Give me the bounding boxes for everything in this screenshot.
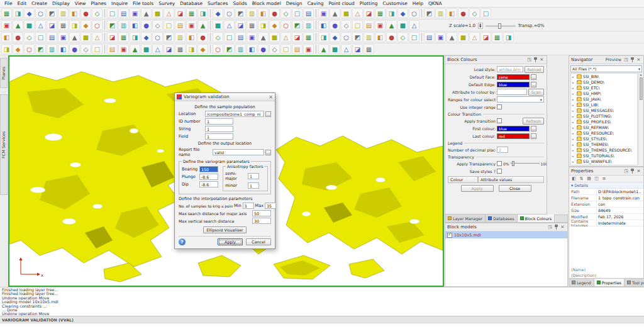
toolbar-icon[interactable]: ▦: [364, 44, 374, 54]
spinner-down-icon[interactable]: ▼: [479, 26, 481, 28]
toolbar-icon[interactable]: ◨: [386, 8, 397, 18]
menu-item-design[interactable]: Design: [284, 1, 305, 6]
toolbar-icon[interactable]: ◨: [258, 20, 269, 30]
menu-item-survey[interactable]: Survey: [156, 1, 177, 6]
toolbar-icon[interactable]: ◨: [13, 8, 23, 18]
toolbar-icon[interactable]: ▲: [447, 32, 457, 42]
toolbar-icon[interactable]: ▦: [58, 20, 69, 30]
services-vertical-tab[interactable]: FCM Services: [0, 94, 8, 195]
id-number-input[interactable]: 1: [205, 118, 233, 125]
toolbar-icon[interactable]: ▲: [141, 8, 152, 18]
apply-transition-checkbox[interactable]: [497, 118, 502, 123]
toolbar-icon[interactable]: ▲: [13, 20, 23, 30]
toolbar-icon[interactable]: □: [280, 44, 291, 54]
load-style-field[interactable]: whites.blm_colours.sel: [497, 66, 523, 72]
toolbar-icon[interactable]: □: [107, 8, 118, 18]
colour-column-header[interactable]: Colour: [448, 176, 478, 183]
toolbar-icon[interactable]: ◇: [280, 8, 291, 18]
toolbar-icon[interactable]: ▦: [186, 8, 197, 18]
toolbar-icon[interactable]: ◨: [1, 44, 12, 54]
toolbar-icon[interactable]: ◪: [107, 32, 118, 42]
toolbar-icon[interactable]: ▦: [118, 32, 129, 42]
file-tree-item[interactable]: ▸SSI_THEMES\: [571, 142, 637, 147]
toolbar-icon[interactable]: ◇: [341, 20, 352, 30]
toolbar-icon[interactable]: ▣: [247, 32, 257, 42]
toolbar-icon[interactable]: ◩: [352, 32, 363, 42]
ellipsoid-visualiser-button[interactable]: Ellipsoid Visualiser: [203, 226, 246, 233]
file-tree-item[interactable]: ▸SSI_PLOTTING\: [571, 113, 637, 119]
toolbar-icon[interactable]: ▤: [364, 20, 374, 30]
apply-transparency-checkbox[interactable]: [497, 161, 502, 166]
menu-item-block-model[interactable]: Block model: [250, 1, 284, 6]
toolbar-icon[interactable]: ▤: [107, 44, 118, 54]
toolbar-icon[interactable]: △: [469, 32, 480, 42]
toolbar-icon[interactable]: ▣: [118, 44, 129, 54]
toolbar-icon[interactable]: ▥: [247, 8, 257, 18]
pin-icon[interactable]: [533, 57, 538, 63]
toolbar-icon[interactable]: ◨: [318, 32, 329, 42]
toolbar-icon[interactable]: ◆: [269, 20, 280, 30]
toolbar-icon[interactable]: ●: [258, 44, 269, 54]
file-tree-item[interactable]: ▸SSI_MESSAGES\: [571, 108, 637, 113]
dip-input[interactable]: -8.6: [199, 181, 218, 187]
properties-tab-legend[interactable]: Legend: [569, 279, 594, 286]
apply-button[interactable]: Apply: [461, 185, 494, 192]
file-tree-item[interactable]: ▸SSI_ETC\: [571, 85, 637, 91]
tool-icon[interactable]: ▤: [586, 176, 592, 181]
toolbar-icon[interactable]: ■: [458, 32, 469, 42]
close-button[interactable]: Close: [499, 185, 531, 192]
scan-button[interactable]: Scan: [528, 89, 544, 96]
block-model-row[interactable]: ✓ 10x10x5.mdl: [445, 231, 567, 238]
toolbar-icon[interactable]: ■: [24, 20, 35, 30]
toolbar-icon[interactable]: ◨: [69, 20, 80, 30]
toolbar-icon[interactable]: ◩: [47, 8, 57, 18]
toolbar-icon[interactable]: ▥: [235, 44, 246, 54]
toolbar-icon[interactable]: ●: [80, 8, 91, 18]
toolbar-icon[interactable]: ◩: [35, 44, 46, 54]
toolbar-icon[interactable]: □: [92, 44, 103, 54]
edge-colour-browse-button[interactable]: ...: [531, 82, 536, 87]
file-tree-item[interactable]: ▸SSI_RESOURCE\: [571, 130, 637, 136]
toolbar-icon[interactable]: ●: [69, 44, 80, 54]
slider-handle[interactable]: [498, 23, 501, 29]
file-tree-item[interactable]: ▸SSI_BIN\: [571, 74, 637, 79]
default-edge-colour[interactable]: blue: [497, 82, 530, 87]
toolbar-icon[interactable]: △: [280, 32, 291, 42]
pin-icon[interactable]: [554, 225, 558, 230]
toolbar-icon[interactable]: ▣: [375, 20, 386, 30]
pin-icon[interactable]: [630, 57, 635, 63]
toolbar-icon[interactable]: ◪: [47, 20, 57, 30]
toolbar-icon[interactable]: △: [35, 20, 46, 30]
menu-item-customise[interactable]: Customise: [380, 1, 410, 6]
toolbar-icon[interactable]: ◩: [235, 8, 246, 18]
toolbar-icon[interactable]: ◧: [258, 8, 269, 18]
toolbar-icon[interactable]: ○: [92, 20, 103, 30]
toolbar-icon[interactable]: ▤: [118, 8, 129, 18]
toolbar-icon[interactable]: ▣: [58, 32, 69, 42]
float-icon[interactable]: ◳: [623, 169, 629, 174]
toolbar-icon[interactable]: □: [292, 8, 303, 18]
file-tree-item[interactable]: ▸SSI_TUTORIALS\: [571, 153, 637, 159]
toolbar-icon[interactable]: ▥: [303, 20, 314, 30]
toolbar-icon[interactable]: ●: [269, 8, 280, 18]
location-browse-button[interactable]: ...: [265, 111, 271, 117]
toolbar-icon[interactable]: △: [152, 44, 163, 54]
menu-item-view[interactable]: View: [72, 1, 89, 6]
preview-toggle[interactable]: Preview: [606, 57, 621, 62]
toolbar-icon[interactable]: ◇: [24, 32, 35, 42]
toolbar-icon[interactable]: ◪: [352, 44, 363, 54]
tool-icon[interactable]: ◧: [571, 176, 577, 181]
toolbar-icon[interactable]: ◧: [130, 20, 140, 30]
pin-icon[interactable]: [630, 169, 635, 174]
toolbar-icon[interactable]: ◇: [80, 44, 91, 54]
toolbar-icon[interactable]: ■: [213, 20, 223, 30]
toolbar-icon[interactable]: ◧: [318, 20, 329, 30]
toolbar-icon[interactable]: ◧: [447, 8, 457, 18]
toolbar-icon[interactable]: ▤: [235, 32, 246, 42]
menu-item-point-cloud[interactable]: Point cloud: [326, 1, 357, 6]
toolbar-icon[interactable]: ▲: [69, 32, 80, 42]
toolbar-icon[interactable]: ◪: [164, 44, 174, 54]
toolbar-icon[interactable]: ◆: [141, 32, 152, 42]
menu-item-surfaces[interactable]: Surfaces: [205, 1, 230, 6]
toolbar-icon[interactable]: ◆: [330, 32, 340, 42]
